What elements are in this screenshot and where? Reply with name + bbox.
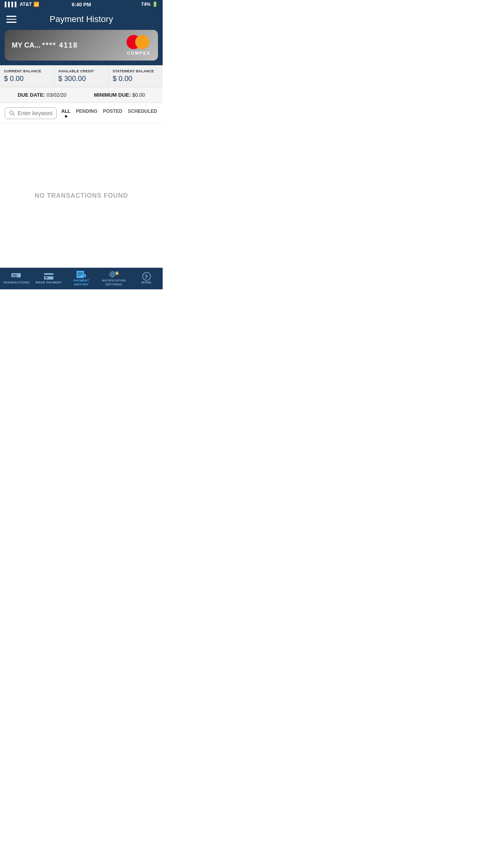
notification-settings-icon: 🔔 — [109, 271, 119, 278]
due-date-value: 03/02/20 — [46, 92, 66, 98]
filter-tab-pending-label: PENDING — [76, 108, 97, 114]
nav-item-transactions[interactable]: TRANSACTIONS — [0, 270, 33, 287]
filter-tab-posted-label: POSTED — [103, 108, 122, 114]
due-date-row: DUE DATE: 03/02/20 MINIMUM DUE: $0.00 — [0, 87, 163, 103]
header: Payment History — [0, 9, 163, 30]
status-bar: ▌▌▌▌ AT&T 📶 6:40 PM 74% 🔋 — [0, 0, 163, 9]
due-date-item: DUE DATE: 03/02/20 — [18, 92, 66, 98]
svg-point-16 — [110, 272, 115, 277]
nav-item-more[interactable]: MORE — [130, 270, 163, 287]
due-date-label: DUE DATE: — [18, 92, 45, 98]
filter-tab-all-dot — [65, 115, 67, 118]
minimum-due-value: $0.00 — [132, 92, 145, 98]
battery-icon: 🔋 — [152, 2, 158, 7]
minimum-due-label: MINIMUM DUE: — [94, 92, 131, 98]
nav-item-make-payment[interactable]: MAKE PAYMENT — [33, 270, 65, 287]
card-visual[interactable]: MY CA... **** 4118 COMPEX — [5, 30, 158, 61]
status-bar-left: ▌▌▌▌ AT&T 📶 — [5, 2, 39, 7]
minimum-due-item: MINIMUM DUE: $0.00 — [94, 92, 145, 98]
nav-label-make-payment: MAKE PAYMENT — [36, 281, 62, 285]
bottom-nav: TRANSACTIONS MAKE PAYMENT $ PAYMENTHISTO… — [0, 268, 163, 289]
svg-point-17 — [111, 273, 114, 276]
nav-label-more: MORE — [141, 281, 151, 285]
payment-history-icon: $ — [77, 271, 86, 278]
current-balance-amount: $ 0.00 — [4, 75, 50, 83]
card-issuer: COMPEX — [127, 51, 150, 55]
available-credit-col: AVAILABLE CREDIT $ 300.00 — [54, 65, 108, 87]
svg-rect-7 — [44, 275, 53, 276]
battery-label: 74% — [141, 2, 150, 7]
card-brand: COMPEX — [127, 35, 151, 55]
nav-item-notification-settings[interactable]: 🔔 NOTIFICATIONSETTINGS — [97, 268, 130, 289]
nav-label-transactions: TRANSACTIONS — [3, 281, 29, 285]
available-credit-amount: $ 300.00 — [58, 75, 104, 83]
search-input[interactable] — [18, 110, 52, 116]
svg-line-1 — [13, 114, 15, 116]
nav-label-payment-history: PAYMENTHISTORY — [73, 279, 89, 286]
current-balance-col: CURRENT BALANCE $ 0.00 — [0, 65, 54, 87]
statement-balance-col: STATEMENT BALANCE $ 0.00 — [109, 65, 163, 87]
svg-rect-9 — [77, 271, 84, 278]
balance-row: CURRENT BALANCE $ 0.00 AVAILABLE CREDIT … — [0, 65, 163, 87]
svg-point-24 — [143, 272, 150, 280]
statement-balance-label: STATEMENT BALANCE — [113, 69, 159, 73]
hamburger-line-1 — [6, 16, 17, 17]
empty-state: NO TRANSACTIONS FOUND — [0, 123, 163, 268]
card-section: MY CA... **** 4118 COMPEX — [0, 30, 163, 65]
filter-tab-scheduled[interactable]: SCHEDULED — [127, 107, 158, 116]
hamburger-menu-button[interactable] — [6, 16, 17, 23]
current-balance-label: CURRENT BALANCE — [4, 69, 50, 73]
signal-icon: ▌▌▌▌ — [5, 2, 18, 7]
page-title: Payment History — [17, 14, 146, 24]
filter-tab-all[interactable]: ALL — [61, 107, 71, 119]
mc-orange-circle — [135, 35, 149, 49]
available-credit-label: AVAILABLE CREDIT — [58, 69, 104, 73]
wifi-icon: 📶 — [33, 2, 39, 7]
filter-tab-scheduled-label: SCHEDULED — [128, 108, 157, 114]
hamburger-line-2 — [6, 19, 17, 20]
svg-rect-8 — [45, 277, 48, 278]
card-number: **** 4118 — [42, 41, 78, 49]
nav-label-notification-settings: NOTIFICATIONSETTINGS — [102, 279, 126, 286]
filter-tab-pending[interactable]: PENDING — [75, 107, 98, 116]
filter-tabs: ALL PENDING POSTED SCHEDULED — [61, 107, 158, 119]
filter-tab-posted[interactable]: POSTED — [102, 107, 123, 116]
statement-balance-amount: $ 0.00 — [113, 75, 159, 83]
hamburger-line-3 — [6, 22, 17, 23]
no-transactions-message: NO TRANSACTIONS FOUND — [35, 192, 128, 199]
search-box[interactable] — [5, 107, 57, 119]
svg-text:🔔: 🔔 — [116, 272, 119, 275]
svg-text:$: $ — [83, 274, 85, 278]
search-filter-row: ALL PENDING POSTED SCHEDULED — [0, 103, 163, 123]
filter-tab-all-label: ALL — [61, 108, 70, 114]
more-icon — [142, 273, 151, 280]
carrier-label: AT&T — [20, 2, 32, 7]
transactions-icon — [11, 273, 21, 280]
svg-point-0 — [10, 111, 13, 114]
status-bar-right: 74% 🔋 — [141, 2, 158, 7]
mastercard-logo — [127, 35, 151, 50]
nav-item-payment-history[interactable]: $ PAYMENTHISTORY — [65, 268, 98, 289]
card-info: MY CA... **** 4118 — [12, 41, 78, 50]
status-bar-time: 6:40 PM — [72, 2, 91, 7]
main-content: MY CA... **** 4118 COMPEX CURRENT BALANC… — [0, 30, 163, 268]
make-payment-icon — [44, 273, 53, 280]
card-name: MY CA... — [12, 41, 40, 49]
search-icon — [9, 110, 15, 116]
